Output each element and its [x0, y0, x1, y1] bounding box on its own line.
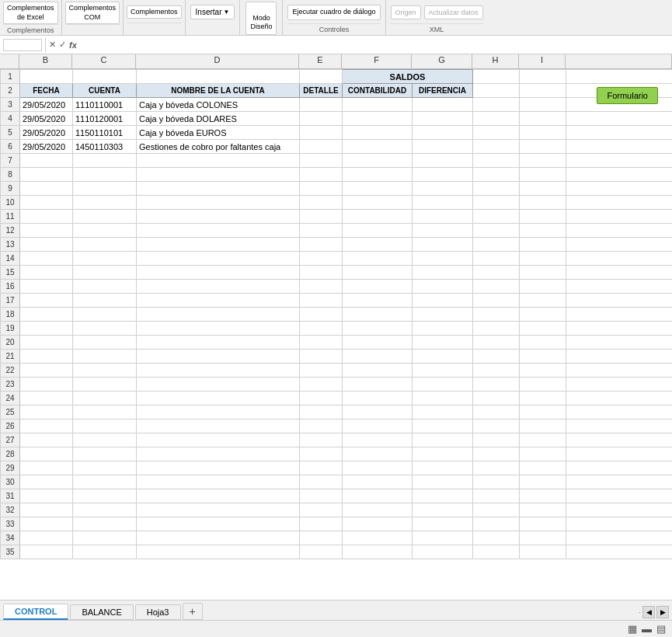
col-header-h[interactable]: H	[472, 54, 519, 68]
sheet-tabs-bar: CONTROL BALANCE Hoja3 + · ◀ ▶	[0, 600, 672, 620]
empty-row: 29	[1, 461, 673, 475]
cell-6e[interactable]	[300, 140, 343, 154]
cell-4d[interactable]: Caja y bóveda DOLARES	[137, 112, 300, 126]
row-num-3: 3	[1, 98, 20, 112]
cell-4f[interactable]	[343, 112, 413, 126]
cell-3g[interactable]	[413, 98, 473, 112]
cell-6b[interactable]: 29/05/2020	[20, 140, 73, 154]
empty-row: 16	[1, 280, 673, 294]
cell-2i[interactable]	[520, 84, 566, 98]
cell-6i[interactable]	[520, 140, 566, 154]
cell-3h[interactable]	[473, 98, 520, 112]
formulario-button[interactable]: Formulario	[597, 87, 658, 104]
col-header-rest	[566, 54, 672, 68]
ribbon: Complementos de Excel Complementos Compl…	[0, 0, 672, 36]
cell-4b[interactable]: 29/05/2020	[20, 112, 73, 126]
origen-button[interactable]: Origen	[391, 5, 421, 19]
cell-1b[interactable]	[20, 70, 73, 84]
tab-control[interactable]: CONTROL	[3, 604, 68, 620]
ribbon-group-label-2	[65, 24, 120, 33]
tab-balance[interactable]: BALANCE	[70, 604, 133, 620]
cell-5g[interactable]	[413, 126, 473, 140]
col-header-c[interactable]: C	[72, 54, 136, 68]
add-sheet-button[interactable]: +	[183, 603, 203, 620]
cell-3c[interactable]: 1110110001	[73, 98, 137, 112]
cell-5b[interactable]: 29/05/2020	[20, 126, 73, 140]
ribbon-group-label-3	[127, 23, 182, 33]
cell-3e[interactable]	[300, 98, 343, 112]
controles-group-label: Controles	[287, 23, 380, 33]
cell-2e-detalle[interactable]: DETALLE	[300, 84, 343, 98]
cell-reference-input[interactable]	[3, 39, 42, 51]
cell-3f[interactable]	[343, 98, 413, 112]
confirm-icon[interactable]: ✓	[59, 40, 66, 50]
cell-3d[interactable]: Caja y bóveda COLONES	[137, 98, 300, 112]
cell-6f[interactable]	[343, 140, 413, 154]
cell-4i[interactable]	[520, 112, 566, 126]
view-layout-icon[interactable]: ▬	[642, 623, 652, 635]
cell-2f-contabilidad[interactable]: CONTABILIDAD	[343, 84, 413, 98]
cell-5f[interactable]	[343, 126, 413, 140]
col-header-d[interactable]: D	[136, 54, 299, 68]
insert-button[interactable]: Insertar ▼	[190, 5, 235, 19]
cell-3i[interactable]	[520, 98, 566, 112]
actualizar-datos-button[interactable]: Actualizar datos	[424, 5, 483, 19]
mode-button[interactable]: Modo Diseño	[245, 2, 277, 35]
col-header-e[interactable]: E	[299, 54, 342, 68]
cell-5d[interactable]: Caja y bóveda EUROS	[137, 126, 300, 140]
formula-input[interactable]	[80, 40, 669, 50]
empty-row: 24	[1, 392, 673, 406]
cell-5i[interactable]	[520, 126, 566, 140]
cell-6d[interactable]: Gestiones de cobro por faltantes caja	[137, 140, 300, 154]
complementos-3-button[interactable]: Complementos	[127, 5, 182, 19]
col-header-i[interactable]: I	[519, 54, 566, 68]
ejecutar-cuadro-button[interactable]: Ejecutar cuadro de diálogo	[287, 5, 380, 20]
view-normal-icon[interactable]: ▦	[628, 623, 637, 635]
cell-4e[interactable]	[300, 112, 343, 126]
ribbon-controls-group: Ejecutar cuadro de diálogo Controles	[283, 0, 385, 35]
cell-6c[interactable]: 1450110303	[73, 140, 137, 154]
cell-4c[interactable]: 1110120001	[73, 112, 137, 126]
cell-5h[interactable]	[473, 126, 520, 140]
origen-label: Origen	[395, 9, 416, 16]
empty-row: 30	[1, 475, 673, 489]
function-icon[interactable]: fx	[69, 40, 77, 50]
cell-1f-saldos[interactable]: SALDOS	[343, 70, 473, 84]
cell-2c-cuenta[interactable]: CUENTA	[73, 84, 137, 98]
cell-5e[interactable]	[300, 126, 343, 140]
cell-5c[interactable]: 1150110101	[73, 126, 137, 140]
empty-row: 8	[1, 168, 673, 182]
col-header-b[interactable]: B	[19, 54, 72, 68]
data-row-6: 6 29/05/2020 1450110303 Gestiones de cob…	[1, 140, 673, 154]
tab-hoja3[interactable]: Hoja3	[135, 604, 181, 620]
cell-1-rest	[566, 70, 673, 84]
data-row-3: 3 29/05/2020 1110110001 Caja y bóveda CO…	[1, 98, 673, 112]
cell-1d[interactable]	[137, 70, 300, 84]
col-header-f[interactable]: F	[342, 54, 412, 68]
sheet-scroll-right[interactable]: ▶	[656, 606, 669, 618]
cell-1h[interactable]	[473, 70, 520, 84]
complementos-com-button[interactable]: Complementos COM	[65, 2, 120, 24]
grid-area[interactable]: 1 SALDOS 2 FECHA	[0, 69, 672, 600]
sheet-scroll-left[interactable]: ◀	[642, 606, 655, 618]
row-num-2: 2	[1, 84, 20, 98]
ribbon-group-label: Complementos	[3, 24, 58, 34]
view-break-icon[interactable]: ▤	[656, 623, 666, 635]
cancel-icon[interactable]: ✕	[49, 40, 56, 50]
actualizar-datos-label: Actualizar datos	[429, 9, 479, 16]
cell-4h[interactable]	[473, 112, 520, 126]
cell-2h[interactable]	[473, 84, 520, 98]
cell-6g[interactable]	[413, 140, 473, 154]
complementos-excel-button[interactable]: Complementos de Excel	[3, 2, 58, 24]
cell-1e[interactable]	[300, 70, 343, 84]
cell-4g[interactable]	[413, 112, 473, 126]
cell-2d-nombre[interactable]: NOMBRE DE LA CUENTA	[137, 84, 300, 98]
cell-1i[interactable]	[520, 70, 566, 84]
cell-2b-fecha[interactable]: FECHA	[20, 84, 73, 98]
cell-2g-diferencia[interactable]: DIFERENCIA	[413, 84, 473, 98]
cell-1c[interactable]	[73, 70, 137, 84]
cell-3b[interactable]: 29/05/2020	[20, 98, 73, 112]
empty-row: 12	[1, 224, 673, 238]
cell-6h[interactable]	[473, 140, 520, 154]
col-header-g[interactable]: G	[412, 54, 472, 68]
